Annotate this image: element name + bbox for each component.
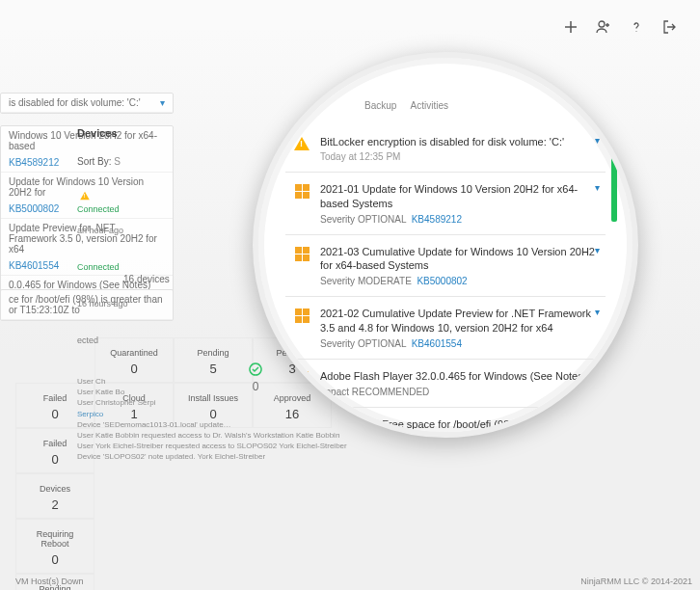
- svg-point-0: [599, 21, 605, 27]
- tab-backup[interactable]: Backup: [364, 100, 396, 111]
- sort-by-label[interactable]: Sort By: S: [77, 156, 121, 167]
- status-row: Connected: [77, 256, 128, 293]
- logout-icon[interactable]: [661, 19, 677, 42]
- log-line: User York Eichel-Streiber requested acce…: [77, 441, 482, 451]
- status-row: 16 hours ago: [77, 293, 128, 330]
- log-line: Device 'SLOPOS02' note updated. York Eic…: [77, 451, 482, 462]
- magnified-view: Backup Activities BitLocker encryption i…: [253, 52, 638, 438]
- chevron-down-icon[interactable]: ▾: [595, 417, 600, 428]
- status-row: Connected: [77, 183, 128, 220]
- chevron-down-icon[interactable]: ▾: [595, 182, 600, 193]
- vm-hosts-label: VM Host(s) Down: [15, 577, 84, 586]
- kb-link[interactable]: KB4601554: [412, 338, 462, 349]
- tab-activities[interactable]: Activities: [411, 100, 448, 111]
- chevron-down-icon[interactable]: ▾: [595, 135, 600, 146]
- add-person-icon[interactable]: [596, 19, 611, 42]
- plus-icon[interactable]: [563, 19, 579, 42]
- warn-icon: [294, 137, 310, 150]
- alert-row[interactable]: 2021-02 Cumulative Update Preview for .N…: [285, 297, 606, 360]
- kb-link[interactable]: KB5000802: [417, 276, 467, 286]
- kb-link[interactable]: KB4589212: [412, 214, 462, 225]
- kb-link[interactable]: KB4589212: [9, 157, 59, 168]
- alert-row[interactable]: 2021-01 Update for Windows 10 Version 20…: [285, 173, 606, 235]
- windows-icon: [295, 247, 310, 261]
- chevron-down-icon[interactable]: ▾: [595, 307, 600, 317]
- status-row: ected: [77, 330, 128, 366]
- kb-link[interactable]: KB5000802: [9, 203, 59, 214]
- chevron-down-icon[interactable]: ▾: [595, 245, 600, 255]
- chevron-down-icon[interactable]: ▾: [595, 369, 600, 380]
- kb-link[interactable]: KB4601554: [9, 260, 59, 271]
- metric-cell: Devices2: [15, 473, 94, 519]
- status-row: an hour ago: [77, 220, 128, 256]
- tab-devices[interactable]: Devices: [77, 127, 118, 139]
- windows-icon: [295, 184, 310, 199]
- device-count-label: 16 devices: [123, 274, 170, 284]
- health-bar-icon: [611, 145, 617, 222]
- alert-row[interactable]: BitLocker encryption is disabled for dis…: [285, 125, 606, 173]
- alert-row[interactable]: 2021-03 Cumulative Update for Windows 10…: [285, 235, 606, 298]
- windows-icon: [295, 308, 310, 323]
- help-icon[interactable]: [629, 19, 644, 42]
- metric-cell: Requiring Reboot0: [15, 519, 94, 574]
- footer-copyright: NinjaRMM LLC © 2014-2021: [580, 577, 692, 586]
- panel-warning: is disabled for disk volume: 'C:': [9, 97, 141, 108]
- alert-row[interactable]: Adobe Flash Player 32.0.0.465 for Window…: [285, 360, 606, 408]
